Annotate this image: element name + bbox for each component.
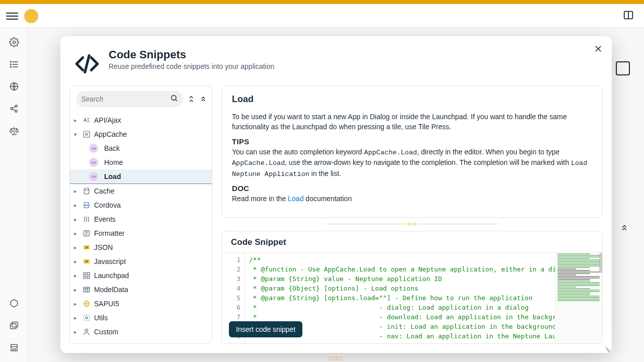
search-input-wrap bbox=[76, 91, 183, 107]
category-icon bbox=[82, 187, 91, 196]
tree-item[interactable]: Back bbox=[70, 141, 212, 155]
minimap[interactable] bbox=[555, 253, 602, 343]
chevron-icon: ▾ bbox=[72, 131, 79, 138]
tree-category[interactable]: ▸Cache bbox=[70, 184, 212, 198]
tree-category[interactable]: ▸Custom bbox=[70, 325, 212, 339]
tree-category-label: SAPUI5 bbox=[94, 300, 119, 308]
left-rail bbox=[0, 28, 28, 362]
tree-category-label: Cache bbox=[94, 187, 114, 195]
snippet-item-icon bbox=[89, 144, 98, 153]
store-icon[interactable] bbox=[8, 342, 20, 354]
tree-item[interactable]: Home bbox=[70, 155, 212, 169]
dialog-subtitle: Reuse predefined code snippets into your… bbox=[109, 62, 274, 70]
chevron-icon: ▸ bbox=[72, 301, 79, 307]
tree-item[interactable]: Load bbox=[70, 169, 212, 184]
category-icon: JS bbox=[82, 243, 91, 252]
layout-toggle-icon[interactable] bbox=[623, 10, 634, 23]
category-icon bbox=[82, 299, 91, 308]
tree-category-label: Custom bbox=[94, 328, 118, 336]
tree-item-label: Load bbox=[104, 172, 121, 180]
svg-point-6 bbox=[10, 61, 11, 62]
code-snippets-dialog: Code Snippets Reuse predefined code snip… bbox=[60, 36, 612, 353]
category-icon bbox=[82, 271, 91, 280]
tree-category-label: Javascript bbox=[94, 257, 126, 265]
svg-point-2 bbox=[13, 41, 15, 44]
tree-category-label: API/Ajax bbox=[94, 116, 121, 124]
chevron-icon: ▸ bbox=[72, 315, 79, 321]
snippet-heading: Code Snippet bbox=[222, 231, 602, 252]
search-input[interactable] bbox=[81, 95, 170, 103]
tree-category[interactable]: ▸API/Ajax bbox=[70, 113, 212, 127]
svg-point-30 bbox=[85, 205, 86, 206]
settings-icon[interactable] bbox=[8, 36, 20, 48]
globe-icon[interactable] bbox=[8, 80, 20, 93]
tree-item-label: Home bbox=[104, 158, 123, 166]
images-icon[interactable] bbox=[8, 320, 20, 332]
load-doc-link[interactable]: Load bbox=[288, 195, 303, 203]
tree-category[interactable]: ▾AppCache bbox=[70, 127, 212, 141]
tree-category[interactable]: ▸ModelData bbox=[70, 283, 212, 297]
doc-heading: DOC bbox=[232, 184, 592, 193]
hex-icon[interactable] bbox=[8, 298, 20, 310]
tree-category-label: JSON bbox=[94, 243, 113, 251]
app-header bbox=[0, 4, 644, 28]
tips-heading: TIPS bbox=[232, 137, 592, 146]
svg-rect-22 bbox=[84, 131, 90, 137]
snippet-item-icon bbox=[89, 172, 98, 181]
chevron-icon: ▸ bbox=[72, 216, 79, 223]
tree-category[interactable]: ▸SAPUI5 bbox=[70, 297, 212, 311]
svg-rect-39 bbox=[84, 276, 86, 279]
svg-rect-37 bbox=[84, 273, 86, 275]
svg-point-20 bbox=[172, 96, 176, 100]
tree-category[interactable]: ▸JSJavascript bbox=[70, 254, 212, 268]
collapse-all-icon[interactable] bbox=[620, 223, 630, 233]
svg-rect-41 bbox=[84, 287, 90, 292]
category-icon bbox=[82, 130, 91, 139]
tree-category[interactable]: ▸Formatter bbox=[70, 226, 212, 240]
category-icon bbox=[82, 215, 91, 224]
insert-snippet-button[interactable]: Insert code snippet bbox=[229, 321, 302, 337]
snippet-item-icon bbox=[89, 158, 98, 167]
svg-point-31 bbox=[87, 205, 88, 206]
chevron-icon: ▸ bbox=[72, 188, 79, 195]
app-logo bbox=[24, 9, 38, 23]
svg-line-13 bbox=[12, 107, 15, 108]
category-icon: JS bbox=[82, 257, 91, 266]
category-icon bbox=[82, 313, 91, 322]
svg-text:JS: JS bbox=[85, 260, 88, 263]
minimap-scrollbar[interactable] bbox=[599, 253, 602, 273]
share-icon[interactable] bbox=[8, 103, 20, 115]
doc-title: Load bbox=[232, 94, 592, 105]
svg-point-28 bbox=[84, 188, 89, 190]
tree-category[interactable]: ▸Launchpad bbox=[70, 268, 212, 283]
doc-link-line: Read more in the Load documentation bbox=[232, 194, 592, 204]
scales-icon[interactable] bbox=[8, 125, 20, 137]
svg-rect-15 bbox=[10, 324, 16, 329]
tree-item-label: Back bbox=[104, 144, 120, 152]
search-icon[interactable] bbox=[170, 94, 178, 104]
tree-category-label: Formatter bbox=[94, 229, 125, 237]
svg-point-7 bbox=[10, 64, 11, 65]
horizontal-splitter[interactable] bbox=[221, 222, 603, 227]
category-icon bbox=[82, 116, 91, 125]
tree-category[interactable]: ▸Events bbox=[70, 212, 212, 226]
collapse-all-button[interactable] bbox=[199, 93, 207, 105]
chevron-icon: ▸ bbox=[72, 202, 79, 209]
svg-rect-38 bbox=[87, 273, 90, 275]
list-icon[interactable] bbox=[8, 58, 20, 70]
svg-point-47 bbox=[85, 329, 88, 332]
chevron-icon: ▸ bbox=[72, 273, 79, 279]
category-icon bbox=[82, 285, 91, 294]
bottom-splitter[interactable] bbox=[329, 357, 343, 361]
tree-category[interactable]: ▸Cordova bbox=[70, 198, 212, 212]
svg-line-21 bbox=[176, 100, 177, 101]
category-icon bbox=[82, 229, 91, 238]
tree-category-label: ModelData bbox=[94, 286, 128, 294]
menu-button[interactable] bbox=[6, 10, 18, 22]
ghost-panel-icon bbox=[616, 61, 630, 75]
tree-category[interactable]: ▸JSJSON bbox=[70, 240, 212, 254]
expand-all-button[interactable] bbox=[187, 93, 195, 105]
dialog-resize-grip[interactable] bbox=[603, 344, 610, 351]
tree-category[interactable]: ▸Utils bbox=[70, 311, 212, 325]
chevron-icon: ▸ bbox=[72, 329, 79, 335]
